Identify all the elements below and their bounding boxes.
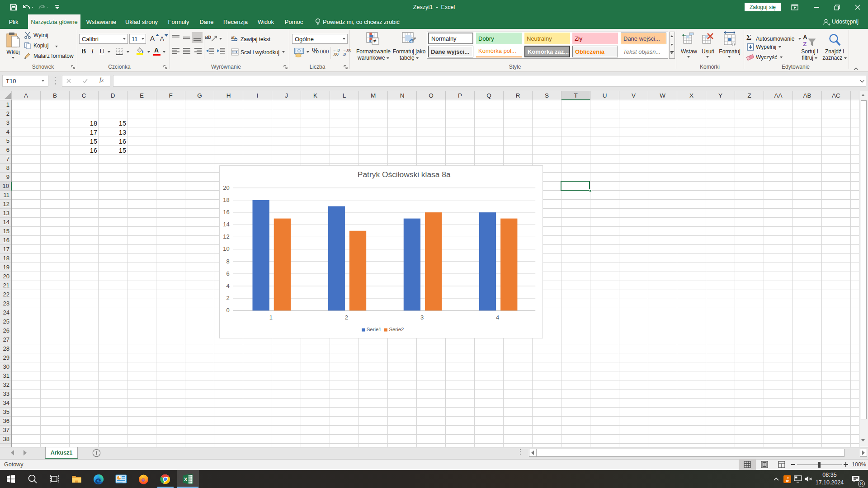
svg-text:,0: ,0 <box>343 52 346 56</box>
svg-text:1: 1 <box>269 314 273 321</box>
svg-text:Z: Z <box>803 41 807 47</box>
svg-text:2: 2 <box>345 314 348 321</box>
svg-text:16: 16 <box>223 209 229 216</box>
svg-text:A: A <box>803 34 807 41</box>
svg-text:6: 6 <box>226 270 230 277</box>
svg-text:0: 0 <box>226 307 230 314</box>
svg-text:X: X <box>184 477 188 482</box>
svg-text:Patryk Ościłowski klasa 8a: Patryk Ościłowski klasa 8a <box>358 170 451 179</box>
svg-text:Serie2: Serie2 <box>389 327 404 332</box>
svg-text:14: 14 <box>223 221 229 228</box>
svg-text:2: 2 <box>226 295 230 301</box>
svg-text:12: 12 <box>223 233 229 240</box>
svg-text:3: 3 <box>420 314 424 321</box>
svg-text:Serie1: Serie1 <box>367 327 382 332</box>
svg-text:20: 20 <box>223 184 229 191</box>
svg-text:8: 8 <box>226 258 230 265</box>
svg-text:18: 18 <box>223 197 229 203</box>
svg-text:,00: ,00 <box>333 52 339 56</box>
svg-text:10: 10 <box>223 246 229 253</box>
svg-text:4: 4 <box>226 282 230 289</box>
svg-text:≠: ≠ <box>373 38 377 44</box>
svg-text:4: 4 <box>496 314 499 321</box>
